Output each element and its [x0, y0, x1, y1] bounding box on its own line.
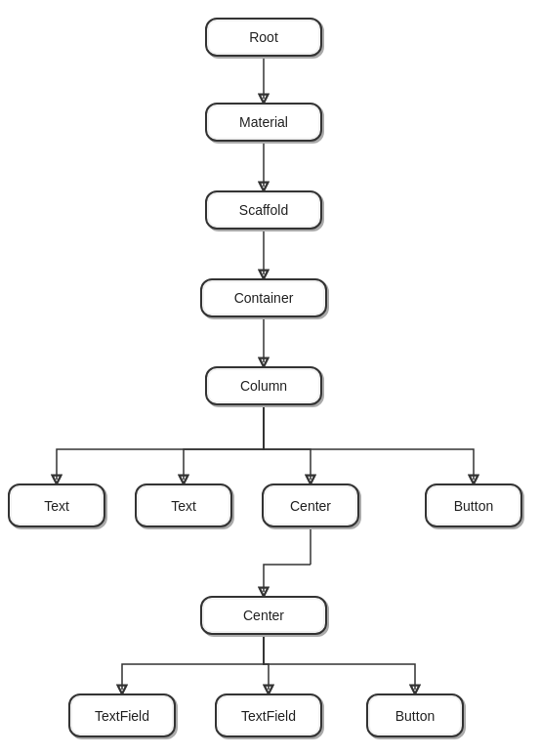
node-column: Column: [205, 366, 322, 405]
node-textfield1: TextField: [68, 693, 176, 737]
node-scaffold: Scaffold: [205, 190, 322, 230]
widget-tree-diagram: Root Material Scaffold Container Column …: [0, 0, 540, 756]
node-text1: Text: [8, 483, 105, 527]
node-center1: Center: [262, 483, 359, 527]
node-root: Root: [205, 18, 322, 57]
node-container: Container: [200, 278, 327, 317]
node-button2: Button: [366, 693, 464, 737]
node-text2: Text: [135, 483, 232, 527]
node-material: Material: [205, 103, 322, 142]
node-center2: Center: [200, 596, 327, 635]
node-textfield2: TextField: [215, 693, 322, 737]
node-button1: Button: [425, 483, 522, 527]
